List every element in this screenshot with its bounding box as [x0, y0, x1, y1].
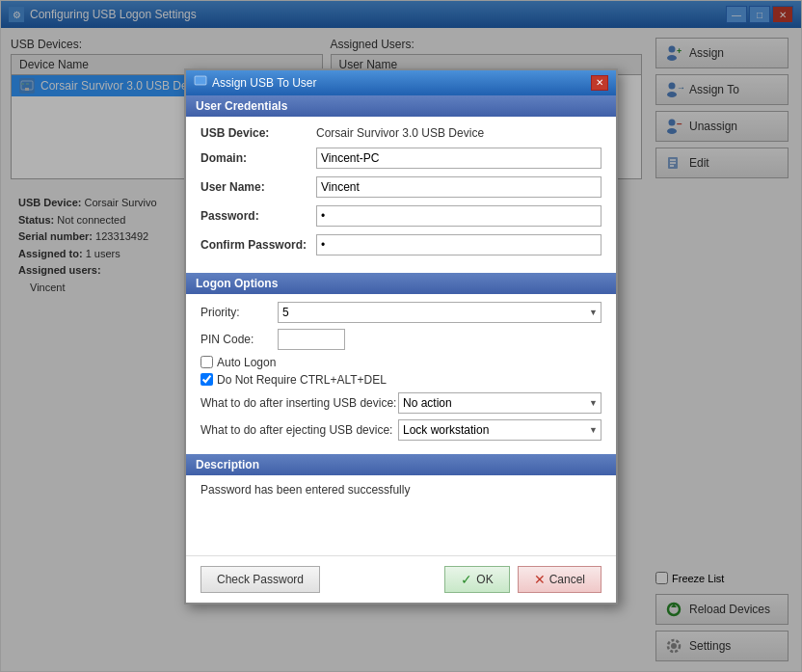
description-text: Password has been entered successfully [200, 483, 602, 541]
description-header: Description [186, 454, 616, 475]
cancel-x-icon: ✕ [534, 572, 546, 587]
dialog-title-icon [194, 74, 207, 91]
cancel-label: Cancel [549, 573, 585, 586]
password-input[interactable] [316, 205, 602, 227]
username-row: User Name: [200, 176, 602, 198]
after-insert-select[interactable]: No action Lock workstation Log off Shutd… [398, 392, 602, 414]
domain-row: Domain: [200, 148, 602, 169]
after-eject-select[interactable]: No action Lock workstation Log off Shutd… [398, 419, 602, 441]
cancel-button[interactable]: ✕ Cancel [518, 566, 602, 593]
no-ctrl-alt-del-row: Do Not Require CTRL+ALT+DEL [200, 373, 602, 387]
password-label: Password: [200, 209, 316, 223]
priority-select[interactable]: 1234 5678910 [278, 302, 602, 323]
pin-row: PIN Code: [200, 329, 602, 350]
usb-device-row: USB Device: Corsair Survivor 3.0 USB Dev… [200, 126, 602, 140]
auto-logon-label: Auto Logon [217, 356, 276, 369]
dialog-overlay: Assign USB To User ✕ User Credentials US… [1, 1, 801, 671]
usb-device-form-value: Corsair Survivor 3.0 USB Device [316, 126, 602, 140]
usb-device-form-label: USB Device: [200, 126, 316, 140]
pin-input[interactable] [278, 329, 345, 350]
confirm-password-input[interactable] [316, 234, 602, 255]
main-window: ⚙ Configuring USB Logon Settings — □ ✕ U… [0, 0, 802, 672]
check-password-button[interactable]: Check Password [200, 566, 320, 593]
after-eject-label: What to do after ejecting USB device: [200, 423, 398, 437]
username-label: User Name: [200, 180, 316, 194]
priority-row: Priority: 1234 5678910 [200, 302, 602, 323]
credentials-form: USB Device: Corsair Survivor 3.0 USB Dev… [186, 117, 616, 273]
after-insert-label: What to do after inserting USB device: [200, 396, 398, 410]
credentials-header: User Credentials [186, 95, 616, 117]
assign-dialog: Assign USB To User ✕ User Credentials US… [184, 68, 618, 605]
dialog-footer: Check Password ✓ OK ✕ Cancel [186, 555, 616, 603]
dialog-title-text: Assign USB To User [212, 76, 317, 90]
no-ctrl-alt-del-label: Do Not Require CTRL+ALT+DEL [217, 373, 387, 387]
domain-input[interactable] [316, 148, 602, 169]
no-ctrl-alt-del-checkbox[interactable] [200, 373, 213, 386]
ok-label: OK [476, 573, 493, 586]
username-input[interactable] [316, 176, 602, 198]
dialog-title-bar: Assign USB To User ✕ [186, 70, 616, 95]
priority-label: Priority: [200, 306, 278, 319]
pin-label: PIN Code: [200, 333, 278, 346]
ok-button[interactable]: ✓ OK [444, 566, 509, 593]
check-password-label: Check Password [217, 573, 304, 586]
logon-options-form: Priority: 1234 5678910 PIN Code: [186, 294, 616, 454]
confirm-password-label: Confirm Password: [200, 238, 316, 252]
after-eject-row: What to do after ejecting USB device: No… [200, 419, 602, 441]
svg-rect-22 [195, 76, 206, 85]
ok-check-icon: ✓ [461, 572, 472, 587]
logon-options-header: Logon Options [186, 273, 616, 294]
after-insert-row: What to do after inserting USB device: N… [200, 392, 602, 414]
confirm-password-row: Confirm Password: [200, 234, 602, 255]
dialog-body: User Credentials USB Device: Corsair Sur… [186, 95, 616, 603]
description-section: Password has been entered successfully [186, 475, 616, 555]
auto-logon-row: Auto Logon [200, 356, 602, 369]
password-row: Password: [200, 205, 602, 227]
domain-label: Domain: [200, 151, 316, 165]
dialog-close-button[interactable]: ✕ [591, 75, 608, 91]
auto-logon-checkbox[interactable] [200, 356, 213, 368]
